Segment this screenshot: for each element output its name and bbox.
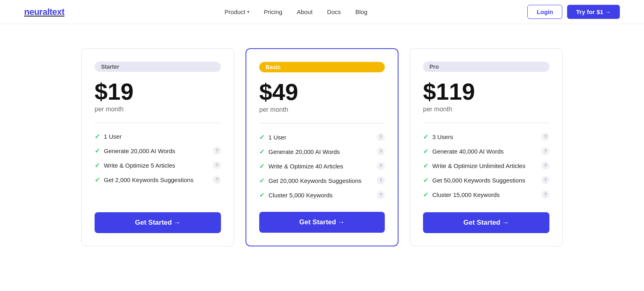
check-icon: ✓ (259, 133, 264, 141)
plan-price-basic: $49 (259, 80, 385, 104)
feature-text: Get 50,000 Keywords Suggestions (432, 177, 537, 184)
get-started-button-starter[interactable]: Get Started → (95, 212, 221, 233)
help-icon[interactable]: ? (377, 148, 385, 156)
feature-text: Cluster 5,000 Keywords (268, 192, 373, 199)
feature-text: Get 20,000 Keywords Suggestions (268, 177, 373, 184)
check-icon: ✓ (423, 162, 428, 170)
chevron-down-icon: ▾ (247, 9, 250, 14)
help-icon[interactable]: ? (213, 147, 221, 155)
plan-badge-starter: Starter (95, 61, 221, 72)
nav-link-pricing[interactable]: Pricing (264, 8, 283, 15)
check-icon: ✓ (259, 162, 264, 170)
help-icon[interactable]: ? (377, 176, 385, 184)
check-icon: ✓ (259, 191, 264, 199)
list-item: ✓Write & Optimize Unlimited Articles? (423, 162, 549, 170)
list-item: ✓Write & Optimize 40 Articles? (259, 162, 385, 170)
list-item: ✓Write & Optimize 5 Articles? (95, 161, 221, 169)
help-icon[interactable]: ? (541, 176, 549, 184)
list-item: ✓Cluster 15,000 Keywords? (423, 191, 549, 199)
plan-period-basic: per month (259, 106, 385, 113)
list-item: ✓Get 2,000 Keywords Suggestions? (95, 176, 221, 184)
plan-badge-basic: Basic (259, 62, 385, 72)
plan-card-basic: Basic$49per month✓1 User?✓Generate 20,00… (246, 48, 398, 246)
help-icon[interactable]: ? (377, 133, 385, 141)
feature-text: Write & Optimize 5 Articles (104, 162, 209, 169)
check-icon: ✓ (259, 177, 264, 184)
feature-text: 1 User (104, 133, 221, 140)
help-icon[interactable]: ? (541, 133, 549, 141)
list-item: ✓Get 50,000 Keywords Suggestions? (423, 176, 549, 184)
help-icon[interactable]: ? (541, 147, 549, 155)
nav-label-product: Product (225, 8, 246, 15)
check-icon: ✓ (95, 176, 100, 184)
list-item: ✓3 Users? (423, 133, 549, 141)
help-icon[interactable]: ? (213, 161, 221, 169)
list-item: ✓Generate 20,000 AI Words? (95, 147, 221, 155)
check-icon: ✓ (423, 148, 428, 155)
logo[interactable]: neuraltext (24, 7, 64, 17)
nav-link-product[interactable]: Product ▾ (225, 8, 250, 15)
nav-link-docs[interactable]: Docs (327, 8, 341, 15)
get-started-button-pro[interactable]: Get Started → (423, 212, 549, 233)
nav-item-about[interactable]: About (297, 8, 312, 16)
feature-text: Get 2,000 Keywords Suggestions (104, 176, 209, 183)
feature-text: 1 User (268, 134, 373, 141)
plan-period-starter: per month (95, 106, 221, 113)
plan-price-pro: $119 (423, 80, 549, 103)
nav-item-blog[interactable]: Blog (355, 8, 367, 16)
list-item: ✓Generate 40,000 AI Words? (423, 147, 549, 155)
divider (259, 123, 385, 123)
nav-item-pricing[interactable]: Pricing (264, 8, 283, 16)
list-item: ✓1 User? (259, 133, 385, 141)
check-icon: ✓ (95, 133, 100, 140)
features-list-basic: ✓1 User?✓Generate 20,000 AI Words?✓Write… (259, 133, 385, 199)
nav-actions: Login Try for $1 → (527, 5, 620, 19)
nav-item-docs[interactable]: Docs (327, 8, 341, 16)
feature-text: 3 Users (432, 133, 537, 140)
pricing-section: Starter$19per month✓1 User✓Generate 20,0… (0, 24, 644, 271)
feature-text: Generate 20,000 AI Words (268, 148, 373, 155)
plan-card-pro: Pro$119per month✓3 Users?✓Generate 40,00… (410, 48, 563, 246)
features-list-starter: ✓1 User✓Generate 20,000 AI Words?✓Write … (95, 133, 221, 199)
help-icon[interactable]: ? (377, 162, 385, 170)
get-started-button-basic[interactable]: Get Started → (259, 212, 385, 233)
check-icon: ✓ (95, 147, 100, 155)
plan-badge-pro: Pro (423, 61, 549, 72)
feature-text: Write & Optimize 40 Articles (268, 163, 373, 170)
nav-links: Product ▾ Pricing About Docs Blog (225, 8, 367, 16)
check-icon: ✓ (95, 162, 100, 169)
nav-link-about[interactable]: About (297, 8, 312, 15)
divider (423, 123, 549, 123)
list-item: ✓Generate 20,000 AI Words? (259, 148, 385, 156)
help-icon[interactable]: ? (541, 162, 549, 170)
try-button[interactable]: Try for $1 → (567, 5, 620, 19)
plan-card-starter: Starter$19per month✓1 User✓Generate 20,0… (81, 48, 234, 246)
plan-price-starter: $19 (95, 80, 221, 103)
list-item: ✓1 User (95, 133, 221, 140)
navbar: neuraltext Product ▾ Pricing About Docs … (0, 0, 644, 24)
feature-text: Generate 40,000 AI Words (432, 148, 537, 155)
nav-link-blog[interactable]: Blog (355, 8, 367, 15)
help-icon[interactable]: ? (213, 176, 221, 184)
login-button[interactable]: Login (527, 5, 562, 19)
plan-period-pro: per month (423, 106, 549, 113)
check-icon: ✓ (259, 148, 264, 156)
divider (95, 123, 221, 123)
nav-item-product[interactable]: Product ▾ (225, 8, 250, 15)
check-icon: ✓ (423, 191, 428, 199)
feature-text: Write & Optimize Unlimited Articles (432, 162, 537, 169)
list-item: ✓Get 20,000 Keywords Suggestions? (259, 176, 385, 184)
check-icon: ✓ (423, 133, 428, 141)
check-icon: ✓ (423, 176, 428, 184)
help-icon[interactable]: ? (377, 191, 385, 199)
features-list-pro: ✓3 Users?✓Generate 40,000 AI Words?✓Writ… (423, 133, 549, 199)
help-icon[interactable]: ? (541, 191, 549, 199)
feature-text: Cluster 15,000 Keywords (432, 191, 537, 198)
list-item: ✓Cluster 5,000 Keywords? (259, 191, 385, 199)
feature-text: Generate 20,000 AI Words (104, 148, 209, 154)
logo-colored: text (50, 7, 64, 17)
logo-black: neural (24, 7, 50, 17)
